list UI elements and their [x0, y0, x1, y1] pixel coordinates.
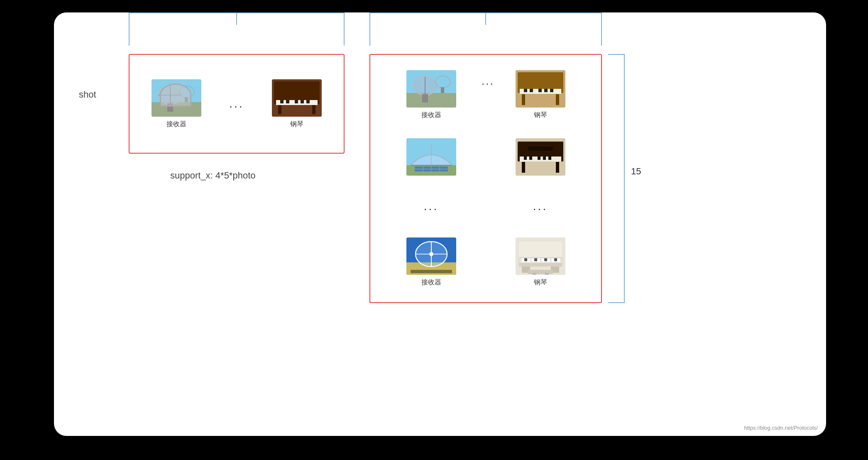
left-item-2-label: 钢琴: [290, 120, 303, 129]
svg-rect-83: [528, 270, 553, 274]
right-dish-image-2: [406, 237, 456, 275]
svg-rect-80: [519, 263, 562, 267]
svg-rect-52: [543, 157, 546, 160]
support-label: support_x: 4*5*photo: [170, 170, 256, 181]
left-dots: ...: [229, 85, 244, 122]
svg-rect-33: [544, 89, 548, 92]
svg-rect-14: [295, 100, 298, 103]
svg-rect-8: [185, 97, 188, 102]
right-item-dish-2-label: 接收器: [421, 278, 441, 287]
right-item-dish-1-label: 接收器: [421, 111, 441, 120]
svg-rect-55: [522, 162, 525, 173]
right-item-dish-1: 接收器: [406, 70, 456, 120]
left-item-1-label: 接收器: [166, 120, 186, 129]
right-box-row1-dots: ...: [482, 75, 494, 88]
svg-point-2: [159, 86, 182, 104]
radio-dish-image-left: [152, 79, 201, 117]
left-item-2: 钢琴: [272, 79, 322, 129]
svg-rect-32: [538, 89, 542, 92]
shot-label: shot: [79, 89, 96, 100]
svg-rect-85: [545, 273, 549, 275]
svg-rect-18: [312, 105, 315, 114]
svg-rect-20: [406, 93, 456, 108]
svg-rect-30: [524, 89, 527, 92]
left-bracket: [129, 12, 345, 46]
right-item-piano-white: 钢琴: [516, 237, 565, 287]
right-dish-image-1: [406, 70, 456, 108]
svg-rect-76: [524, 258, 527, 261]
svg-rect-49: [524, 157, 527, 160]
url-label: https://blog.csdn.net/Protocols/: [744, 425, 818, 431]
svg-rect-77: [534, 258, 537, 261]
right-item-piano-1-label: 钢琴: [534, 111, 547, 120]
right-dots-left: ...: [424, 194, 438, 219]
svg-rect-6: [167, 103, 173, 112]
svg-rect-79: [554, 258, 557, 261]
piano-image-left: [272, 79, 322, 117]
main-container: shot 接收器 ...: [54, 12, 826, 436]
right-item-greenhouse: [406, 138, 456, 176]
svg-rect-35: [522, 94, 525, 105]
svg-rect-50: [529, 157, 532, 160]
dimension-bracket: [608, 54, 625, 303]
svg-rect-51: [538, 157, 540, 160]
right-bracket: [369, 12, 602, 46]
svg-rect-16: [306, 100, 310, 103]
svg-rect-56: [556, 162, 559, 173]
piano-white-image: [516, 237, 565, 275]
svg-rect-53: [548, 157, 551, 160]
svg-rect-17: [278, 105, 281, 114]
right-dots-right: ...: [533, 194, 548, 219]
svg-rect-36: [556, 94, 559, 105]
piano-dark-image: [516, 138, 565, 176]
svg-rect-24: [422, 94, 428, 103]
svg-rect-15: [301, 100, 304, 103]
svg-rect-54: [528, 147, 553, 151]
svg-point-3: [159, 86, 182, 104]
svg-rect-78: [544, 258, 547, 261]
right-piano-image-1: [516, 70, 565, 108]
left-red-box: 接收器 ...: [129, 54, 345, 154]
right-red-box: 接收器 钢琴: [369, 54, 602, 303]
right-item-dish-2: 接收器: [406, 237, 456, 287]
left-item-1: 接收器: [152, 79, 201, 129]
svg-rect-31: [530, 89, 533, 92]
right-item-piano-dark: [516, 138, 565, 176]
svg-rect-26: [441, 87, 444, 93]
right-item-piano-1: 钢琴: [516, 70, 565, 120]
svg-rect-34: [550, 89, 553, 92]
right-item-piano-white-label: 钢琴: [534, 278, 547, 287]
greenhouse-image: [406, 138, 456, 176]
dimension-label: 15: [631, 166, 641, 177]
svg-rect-13: [286, 100, 289, 103]
svg-rect-1: [152, 102, 201, 117]
svg-rect-12: [280, 100, 284, 103]
svg-rect-84: [532, 273, 536, 275]
svg-rect-64: [411, 270, 452, 273]
